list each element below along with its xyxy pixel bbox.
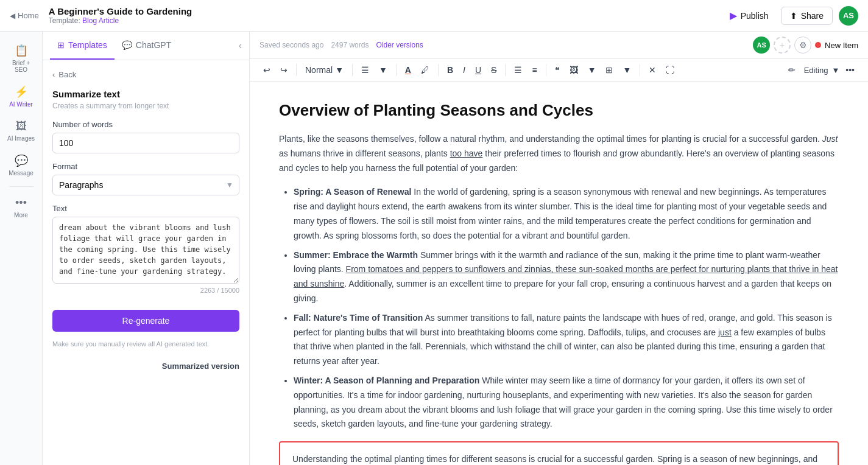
sidebar-item-more[interactable]: ••• More (3, 192, 40, 223)
format-select-wrapper: Paragraphs Bullet Points Numbered List ▼ (52, 175, 239, 195)
align-left-button[interactable]: ☰ (358, 63, 373, 77)
sidebar-item-brief-seo[interactable]: 📋 Brief + SEO (3, 39, 40, 78)
icon-sidebar: 📋 Brief + SEO ⚡ AI Writer 🖼 AI Images 💬 … (0, 32, 43, 465)
content-intro: Plants, like the seasons themselves, fol… (279, 132, 839, 175)
sidebar-label-message: Message (9, 170, 34, 177)
collab-avatar-ghost[interactable]: + (774, 37, 791, 54)
doc-template: Template: Blog Article (49, 16, 724, 25)
image-dropdown-button[interactable]: ▼ (584, 63, 600, 77)
home-link[interactable]: ◀ Home (10, 11, 39, 20)
bullet-winter: Winter: A Season of Planning and Prepara… (294, 374, 839, 432)
saved-text: Saved seconds ago (259, 41, 323, 49)
undo-button[interactable]: ↩ (259, 63, 274, 77)
underline-button[interactable]: U (471, 63, 485, 77)
sidebar-item-ai-images[interactable]: 🖼 AI Images (3, 115, 40, 147)
toolbar-divider-7 (640, 64, 640, 76)
words-label: Number of words (52, 120, 239, 129)
block-quote-button[interactable]: ❝ (551, 63, 563, 77)
sidebar-label-ai-images: AI Images (7, 135, 35, 142)
summarized-text: Understanding the optimal planting times… (292, 452, 825, 465)
sidebar-item-message[interactable]: 💬 Message (3, 149, 40, 181)
main-layout: 📋 Brief + SEO ⚡ AI Writer 🖼 AI Images 💬 … (0, 32, 868, 465)
template-prefix: Template: (49, 16, 80, 25)
back-icon: ‹ (52, 70, 55, 79)
tab-chatgpt-label: ChatGPT (136, 40, 171, 50)
new-item-button[interactable]: New Item (825, 41, 858, 50)
toolbar-divider-4 (438, 64, 439, 76)
words-group: Number of words (52, 120, 239, 153)
strikethrough-button[interactable]: S (487, 63, 500, 77)
toolbar-divider-5 (505, 64, 506, 76)
message-icon: 💬 (15, 154, 28, 167)
edit-icon[interactable]: ✏ (785, 63, 799, 77)
publish-icon: ▶ (730, 10, 737, 21)
doc-title: A Beginner's Guide to Gardening (49, 6, 724, 16)
editor-toolbar: ↩ ↪ Normal ▼ ☰ ▼ A 🖊 B I U S ☰ ≡ ❝ 🖼 ▼ (250, 59, 868, 82)
editor-topbar: Saved seconds ago 2497 words Older versi… (250, 32, 868, 59)
collab-settings-button[interactable]: ⚙ (794, 37, 811, 54)
panel-body: ‹ Back Summarize text Creates a summary … (43, 60, 249, 465)
toolbar-divider-3 (396, 64, 397, 76)
text-textarea[interactable]: dream about the vibrant blooms and lush … (52, 217, 239, 284)
chatgpt-icon: 💬 (122, 40, 132, 50)
panel-collapse-button[interactable]: ‹ (236, 38, 244, 54)
toolbar-divider-6 (546, 64, 546, 76)
table-button[interactable]: ⊞ (602, 63, 616, 77)
tab-templates-label: Templates (68, 40, 107, 50)
content-bullets: Spring: A Season of Renewal In the world… (279, 185, 839, 432)
fullscreen-button[interactable]: ⛶ (662, 63, 678, 77)
editor-meta: Saved seconds ago 2497 words Older versi… (259, 41, 423, 49)
older-versions-link[interactable]: Older versions (376, 41, 423, 49)
editing-label: Editing (804, 66, 828, 75)
panel-tabs: ⊞ Templates 💬 ChatGPT ‹ (43, 32, 249, 60)
doc-info: A Beginner's Guide to Gardening Template… (49, 6, 724, 25)
bullet-spring: Spring: A Season of Renewal In the world… (294, 185, 839, 243)
more-options-button[interactable]: ••• (842, 63, 858, 77)
template-link[interactable]: Blog Article (82, 16, 119, 25)
avatar[interactable]: AS (839, 6, 858, 26)
editor-content: Overview of Planting Seasons and Cycles … (250, 82, 868, 465)
words-count: 2497 words (331, 41, 369, 49)
image-button[interactable]: 🖼 (566, 63, 582, 77)
numbered-list-button[interactable]: ≡ (528, 63, 540, 77)
chevron-left-icon: ◀ (10, 12, 15, 20)
editing-indicator: Editing ▼ (804, 66, 840, 75)
format-label: Format (52, 162, 239, 171)
panel-note: Make sure you manually review all AI gen… (52, 339, 239, 349)
redo-button[interactable]: ↪ (277, 63, 291, 77)
italic-button[interactable]: I (459, 63, 469, 77)
bullet-list-button[interactable]: ☰ (510, 63, 526, 77)
format-select[interactable]: Paragraphs Bullet Points Numbered List (52, 175, 239, 195)
editing-chevron-icon: ▼ (831, 66, 839, 75)
back-button[interactable]: ‹ Back (52, 70, 239, 79)
more-icon: ••• (15, 197, 27, 209)
format-group: Format Paragraphs Bullet Points Numbered… (52, 162, 239, 195)
content-heading: Overview of Planting Seasons and Cycles (279, 101, 839, 120)
words-input[interactable] (52, 133, 239, 153)
left-panel: ⊞ Templates 💬 ChatGPT ‹ ‹ Back Summarize… (43, 32, 250, 465)
clear-format-button[interactable]: ✕ (645, 63, 660, 77)
editor-collab: AS + ⚙ New Item (753, 37, 858, 54)
collab-avatar-initials: AS (757, 41, 766, 49)
publish-button[interactable]: ▶ Publish (724, 6, 775, 25)
tab-chatgpt[interactable]: 💬 ChatGPT (115, 32, 178, 60)
text-label: Text (52, 204, 239, 213)
sidebar-label-more: More (14, 212, 28, 219)
summarized-box: Understanding the optimal planting times… (279, 441, 839, 465)
table-dropdown-button[interactable]: ▼ (619, 63, 635, 77)
brief-seo-icon: 📋 (15, 44, 28, 57)
publish-label: Publish (741, 11, 769, 21)
tab-templates[interactable]: ⊞ Templates (50, 32, 115, 60)
bold-button[interactable]: B (443, 63, 457, 77)
section-title: Summarize text (52, 89, 239, 99)
share-button[interactable]: ⬆ Share (781, 7, 833, 25)
sidebar-item-ai-writer[interactable]: ⚡ AI Writer (3, 80, 40, 113)
highlight-button[interactable]: 🖊 (417, 63, 433, 77)
regenerate-button[interactable]: Re-generate (52, 310, 239, 332)
share-label: Share (801, 11, 824, 21)
format-select-label: Normal (305, 65, 333, 75)
format-dropdown[interactable]: Normal ▼ (302, 63, 347, 77)
text-color-button[interactable]: A (401, 63, 415, 77)
text-group: Text dream about the vibrant blooms and … (52, 204, 239, 294)
align-dropdown-button[interactable]: ▼ (375, 63, 391, 77)
